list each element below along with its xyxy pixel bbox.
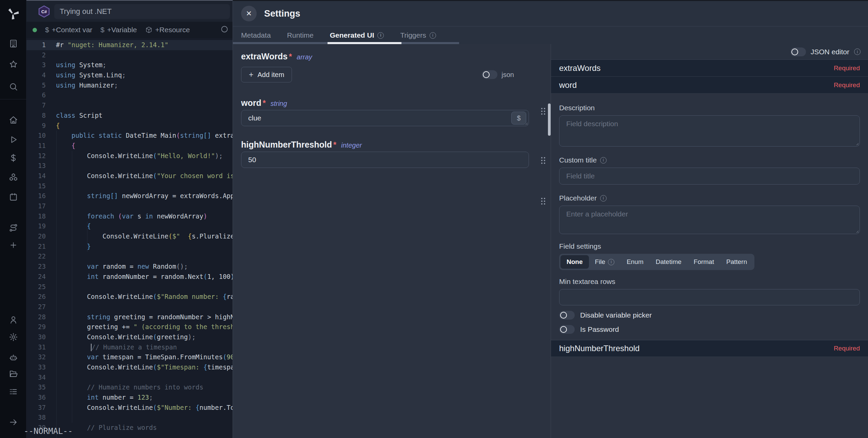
field-extrawords: extraWords * array + Add item json [241, 52, 542, 82]
description-label: Description [559, 104, 860, 112]
segment-format[interactable]: Format [688, 255, 720, 269]
settings-gear-icon[interactable] [0, 329, 26, 344]
placeholder-textarea[interactable] [559, 206, 860, 234]
user-icon[interactable] [0, 312, 26, 327]
drag-handle[interactable] [541, 108, 545, 115]
required-asterisk: * [263, 99, 266, 108]
segment-none[interactable]: None [560, 255, 589, 269]
drag-handle[interactable] [541, 198, 545, 205]
field-type-label: array [297, 53, 312, 61]
info-icon[interactable]: i [854, 49, 861, 55]
row-highnumberthreshold[interactable]: highNumberThreshold Required [551, 340, 868, 357]
segment-file[interactable]: File i [589, 255, 621, 269]
segment-enum[interactable]: Enum [620, 255, 650, 269]
disable-variable-picker-row: Disable variable picker [559, 311, 860, 320]
dollar-icon: $ [45, 26, 49, 34]
info-icon[interactable]: i [608, 259, 614, 265]
add-context-var-button[interactable]: $ +Context var [45, 26, 92, 34]
row-extrawords[interactable]: extraWords Required [551, 60, 868, 77]
custom-title-label: Custom title i [559, 156, 860, 164]
json-editor-toggle[interactable] [790, 47, 806, 56]
settings-tabs: Metadata Runtime Generated UI i Triggers… [233, 26, 868, 44]
workspace-building-icon[interactable] [0, 36, 26, 51]
vim-mode-status: --NORMAL-- [24, 426, 73, 436]
form-scrollbar-thumb[interactable] [548, 103, 551, 136]
json-editor-bar: JSON editor i [551, 44, 868, 60]
add-item-button[interactable]: + Add item [241, 67, 292, 82]
status-dot [33, 28, 37, 32]
logs-list-icon[interactable] [0, 384, 26, 399]
field-settings-label: Field settings [559, 242, 860, 250]
required-badge: Required [834, 64, 860, 72]
is-password-toggle[interactable] [559, 325, 575, 334]
settings-panel: ✕ Settings Metadata Runtime Generated UI… [233, 0, 868, 438]
description-textarea[interactable] [559, 115, 860, 147]
json-toggle[interactable] [482, 70, 497, 79]
collapse-arrow-right-icon[interactable] [0, 415, 26, 430]
required-asterisk: * [333, 140, 336, 150]
ai-bot-icon[interactable] [0, 350, 26, 365]
segment-pattern[interactable]: Pattern [720, 255, 753, 269]
field-settings-segmented: None File i Enum Datetime [559, 254, 754, 270]
favorites-star-icon[interactable] [0, 57, 26, 72]
min-textarea-rows-input[interactable] [559, 289, 860, 305]
resources-boxes-icon[interactable] [0, 170, 26, 185]
add-variable-button[interactable]: $ +Variable [100, 26, 137, 34]
reset-circle-icon[interactable] [220, 25, 229, 35]
drag-handle[interactable] [541, 157, 545, 164]
info-icon[interactable]: i [377, 32, 384, 39]
sidebar-divider [0, 99, 26, 99]
placeholder-label: Placeholder i [559, 194, 860, 202]
script-title-input[interactable]: Trying out .NET [54, 4, 230, 19]
tab-runtime[interactable]: Runtime [287, 31, 314, 39]
windmill-logo-icon[interactable] [0, 6, 26, 21]
disable-variable-picker-toggle[interactable] [559, 311, 575, 320]
plus-icon: + [249, 70, 253, 79]
flows-route-icon[interactable] [0, 220, 26, 235]
resize-handle-icon[interactable] [855, 142, 859, 146]
script-title: Trying out .NET [60, 7, 112, 16]
required-badge: Required [834, 81, 860, 89]
runs-play-icon[interactable] [0, 132, 26, 147]
field-highnumberthreshold: highNumberThreshold * integer [241, 140, 542, 168]
word-input[interactable] [241, 110, 529, 126]
row-word[interactable]: word Required [551, 77, 868, 94]
resize-handle-icon[interactable] [855, 229, 859, 233]
custom-title-input[interactable] [559, 168, 860, 185]
min-textarea-rows-label: Min textarea rows [559, 278, 860, 286]
is-password-row: Is Password [559, 325, 860, 334]
schema-inspector: JSON editor i extraWords Required word R… [551, 44, 868, 438]
segment-datetime[interactable]: Datetime [650, 255, 688, 269]
info-icon[interactable]: i [600, 195, 607, 202]
code-lines: 1#r "nuget: Humanizer, 2.14.1"23using Sy… [26, 38, 233, 433]
tab-triggers[interactable]: Triggers i [400, 31, 436, 39]
home-icon[interactable] [0, 112, 26, 127]
box-icon [145, 26, 153, 34]
generated-form-preview: extraWords * array + Add item json [233, 44, 551, 438]
field-type-label: string [271, 100, 287, 108]
info-icon[interactable]: i [430, 32, 436, 39]
close-icon[interactable]: ✕ [241, 6, 257, 21]
dollar-icon: $ [100, 26, 104, 34]
tab-generated-ui[interactable]: Generated UI i [330, 31, 384, 39]
field-type-label: integer [341, 141, 362, 149]
settings-title: Settings [264, 8, 300, 19]
add-plus-icon[interactable] [0, 237, 26, 252]
resize-handle-icon[interactable] [524, 121, 528, 125]
app-window: C# Trying out .NET $ +Context var $ +Var… [0, 0, 868, 438]
info-icon[interactable]: i [600, 157, 607, 164]
folders-icon[interactable] [0, 366, 26, 381]
required-asterisk: * [289, 52, 292, 61]
left-sidebar [0, 0, 26, 438]
add-resource-button[interactable]: +Resource [145, 26, 190, 34]
field-word: word * string $ [241, 98, 542, 126]
schedules-calendar-icon[interactable] [0, 189, 26, 204]
tab-metadata[interactable]: Metadata [241, 31, 271, 39]
search-icon[interactable] [0, 79, 26, 94]
settings-header: ✕ Settings [233, 1, 868, 26]
code-editor[interactable]: 1#r "nuget: Humanizer, 2.14.1"23using Sy… [26, 38, 233, 438]
word-field-detail: Description Custom title i Placeholder i [551, 94, 868, 340]
required-badge: Required [834, 345, 860, 352]
highnumberthreshold-input[interactable] [241, 152, 529, 168]
variables-dollar-icon[interactable] [0, 150, 26, 165]
